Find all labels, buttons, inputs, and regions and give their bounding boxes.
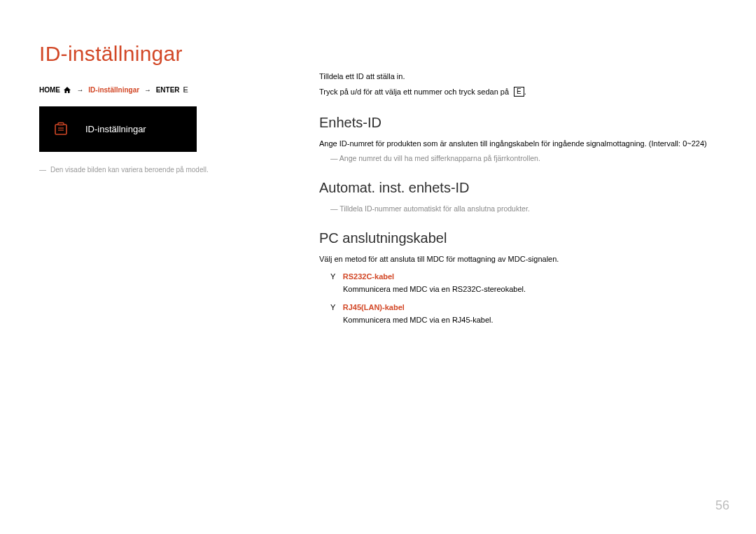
breadcrumb-arrow-icon: →: [144, 86, 151, 94]
home-icon: [64, 87, 71, 93]
section-note-text: Tilldela ID-nummer automatiskt för alla …: [340, 204, 530, 213]
disclaimer-dash: ―: [39, 166, 46, 174]
enter-icon: E: [183, 85, 188, 94]
intro-line-1: Tilldela ett ID att ställa in.: [319, 70, 717, 84]
svg-rect-0: [55, 125, 66, 134]
bullet-icon: Y: [330, 303, 335, 311]
breadcrumb-current: ID-inställningar: [88, 86, 139, 94]
intro-line-2: Tryck på u/d för att välja ett nummer oc…: [319, 85, 717, 99]
breadcrumb-arrow-icon: →: [77, 86, 84, 94]
section-note-text: Ange numret du vill ha med sifferknappar…: [340, 154, 540, 162]
disclaimer: ―Den visade bilden kan variera beroende …: [39, 166, 291, 174]
bullet-icon: Y: [330, 272, 335, 281]
section-text: Ange ID-numret för produkten som är ansl…: [319, 138, 717, 150]
section-note: ― Ange numret du vill ha med sifferknapp…: [330, 153, 717, 164]
page-number: 56: [715, 498, 729, 513]
breadcrumb-home: HOME: [39, 86, 60, 94]
enter-key-icon: E: [514, 87, 524, 97]
cable-option: Y RS232C-kabel Kommunicera med MDC via e…: [330, 269, 717, 296]
cable-option: Y RJ45(LAN)-kabel Kommunicera med MDC vi…: [330, 300, 717, 327]
section-text: Välj en metod för att ansluta till MDC f…: [319, 253, 717, 266]
svg-rect-1: [58, 122, 64, 125]
section-auto-id: Automat. inst. enhets-ID ― Tilldela ID-n…: [319, 180, 717, 215]
thumbnail-label: ID-inställningar: [85, 124, 146, 134]
section-heading: Enhets-ID: [319, 115, 717, 131]
section-note: ― Tilldela ID-nummer automatiskt för all…: [330, 203, 717, 215]
section-pc-cable: PC anslutningskabel Välj en metod för at…: [319, 230, 717, 327]
cable-option-desc: Kommunicera med MDC via en RJ45-kabel.: [343, 314, 717, 327]
breadcrumb: HOME → ID-inställningar → ENTER E: [39, 85, 291, 94]
section-enhets-id: Enhets-ID Ange ID-numret för produkten s…: [319, 115, 717, 164]
cable-option-desc: Kommunicera med MDC via en RS232C-stereo…: [343, 283, 717, 296]
intro-line-2-text: Tryck på u/d för att välja ett nummer oc…: [319, 87, 511, 96]
section-heading: Automat. inst. enhets-ID: [319, 180, 717, 196]
section-heading: PC anslutningskabel: [319, 230, 717, 246]
cable-option-name: RJ45(LAN)-kabel: [343, 303, 405, 311]
id-settings-icon: [52, 120, 70, 139]
page-title: ID-inställningar: [39, 42, 291, 66]
cable-option-name: RS232C-kabel: [343, 272, 394, 281]
breadcrumb-enter: ENTER: [156, 86, 180, 94]
thumbnail-panel: ID-inställningar: [39, 106, 197, 152]
disclaimer-text: Den visade bilden kan variera beroende p…: [50, 166, 209, 174]
